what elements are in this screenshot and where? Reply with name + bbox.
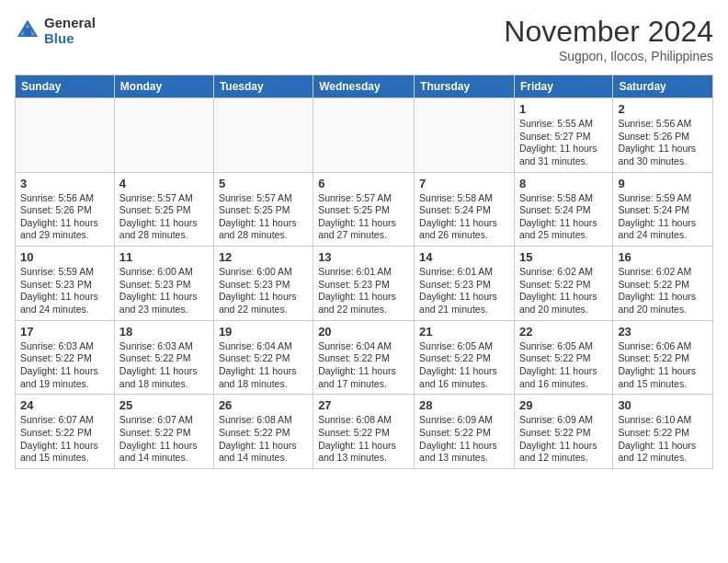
calendar-cell: 28Sunrise: 6:09 AMSunset: 5:22 PMDayligh… [415,395,515,469]
day-number: 27 [318,398,409,412]
day-number: 8 [519,177,608,190]
day-number: 14 [419,250,509,264]
day-info: Sunrise: 6:02 AM [519,266,608,279]
logo-blue-text: Blue [44,30,74,46]
day-number: 24 [20,398,109,412]
day-info: Sunset: 5:26 PM [618,131,708,144]
week-row-5: 24Sunrise: 6:07 AMSunset: 5:22 PMDayligh… [16,395,713,469]
day-info: Sunrise: 5:58 AM [519,192,608,205]
calendar-cell: 14Sunrise: 6:01 AMSunset: 5:23 PMDayligh… [415,247,515,321]
day-info: Daylight: 11 hours and 24 minutes. [20,291,109,316]
day-info: Sunrise: 6:02 AM [618,266,708,279]
day-number: 13 [318,250,409,264]
calendar: SundayMondayTuesdayWednesdayThursdayFrid… [15,75,713,469]
day-info: Daylight: 11 hours and 30 minutes. [618,143,708,167]
calendar-cell [114,98,213,173]
day-info: Daylight: 11 hours and 28 minutes. [119,217,209,242]
day-number: 16 [618,250,708,264]
calendar-cell: 30Sunrise: 6:10 AMSunset: 5:22 PMDayligh… [613,395,713,469]
calendar-cell: 4Sunrise: 5:57 AMSunset: 5:25 PMDaylight… [114,172,213,247]
day-info: Sunrise: 6:09 AM [419,414,509,427]
day-info: Sunset: 5:23 PM [318,279,409,292]
day-info: Sunset: 5:22 PM [20,352,109,365]
day-number: 10 [20,250,109,264]
page: General Blue November 2024 Sugpon, Iloco… [0,0,728,484]
calendar-cell: 7Sunrise: 5:58 AMSunset: 5:24 PMDaylight… [415,172,515,247]
calendar-cell: 20Sunrise: 6:04 AMSunset: 5:22 PMDayligh… [313,320,415,395]
day-number: 7 [419,177,509,190]
day-number: 18 [119,325,209,339]
weekday-row: SundayMondayTuesdayWednesdayThursdayFrid… [16,75,713,98]
day-number: 17 [20,325,109,339]
calendar-cell: 13Sunrise: 6:01 AMSunset: 5:23 PMDayligh… [313,247,415,321]
day-number: 28 [419,398,509,412]
day-info: Sunset: 5:24 PM [419,204,509,217]
day-info: Sunrise: 5:55 AM [519,118,608,131]
day-info: Sunrise: 6:03 AM [20,340,109,353]
calendar-cell: 23Sunrise: 6:06 AMSunset: 5:22 PMDayligh… [613,320,713,395]
weekday-header-wednesday: Wednesday [313,75,415,98]
calendar-cell [415,98,515,173]
day-number: 12 [219,250,308,264]
day-info: Daylight: 11 hours and 29 minutes. [20,217,109,242]
day-info: Daylight: 11 hours and 12 minutes. [519,440,608,465]
day-info: Sunrise: 5:56 AM [618,118,708,131]
day-number: 4 [119,177,209,190]
calendar-cell: 8Sunrise: 5:58 AMSunset: 5:24 PMDaylight… [514,172,612,247]
day-info: Sunrise: 6:05 AM [419,340,509,353]
day-info: Daylight: 11 hours and 15 minutes. [618,365,708,390]
day-info: Sunset: 5:22 PM [318,352,409,365]
day-number: 15 [519,250,608,264]
day-info: Daylight: 11 hours and 26 minutes. [419,217,509,242]
calendar-cell: 25Sunrise: 6:07 AMSunset: 5:22 PMDayligh… [114,395,213,469]
day-info: Daylight: 11 hours and 13 minutes. [419,440,509,465]
title-block: November 2024 Sugpon, Ilocos, Philippine… [504,15,713,63]
day-info: Daylight: 11 hours and 28 minutes. [219,217,308,242]
weekday-header-saturday: Saturday [613,75,713,98]
day-info: Sunset: 5:26 PM [20,204,109,217]
day-info: Sunset: 5:27 PM [519,131,608,144]
day-number: 2 [618,102,708,116]
week-row-1: 1Sunrise: 5:55 AMSunset: 5:27 PMDaylight… [16,98,713,173]
day-number: 11 [119,250,209,264]
day-info: Daylight: 11 hours and 18 minutes. [119,365,209,390]
day-info: Daylight: 11 hours and 24 minutes. [618,217,708,242]
month-title: November 2024 [504,15,713,49]
day-info: Daylight: 11 hours and 27 minutes. [318,217,409,242]
day-info: Sunset: 5:22 PM [219,427,308,440]
day-info: Sunset: 5:22 PM [219,352,308,365]
week-row-3: 10Sunrise: 5:59 AMSunset: 5:23 PMDayligh… [16,247,713,321]
day-info: Sunrise: 5:59 AM [20,266,109,279]
day-number: 20 [318,325,409,339]
weekday-header-thursday: Thursday [415,75,515,98]
calendar-cell [16,98,115,173]
logo: General Blue [15,15,96,46]
day-info: Sunset: 5:22 PM [20,427,109,440]
calendar-cell: 22Sunrise: 6:05 AMSunset: 5:22 PMDayligh… [514,320,612,395]
calendar-cell: 17Sunrise: 6:03 AMSunset: 5:22 PMDayligh… [16,320,115,395]
weekday-header-monday: Monday [114,75,213,98]
day-info: Sunrise: 6:04 AM [318,340,409,353]
day-info: Sunset: 5:23 PM [119,279,209,292]
day-info: Sunrise: 6:05 AM [519,340,608,353]
day-number: 6 [318,177,409,190]
calendar-cell: 5Sunrise: 5:57 AMSunset: 5:25 PMDaylight… [213,172,313,247]
calendar-cell: 3Sunrise: 5:56 AMSunset: 5:26 PMDaylight… [16,172,115,247]
calendar-cell: 24Sunrise: 6:07 AMSunset: 5:22 PMDayligh… [16,395,115,469]
week-row-2: 3Sunrise: 5:56 AMSunset: 5:26 PMDaylight… [16,172,713,247]
day-info: Daylight: 11 hours and 14 minutes. [219,440,308,465]
calendar-cell: 1Sunrise: 5:55 AMSunset: 5:27 PMDaylight… [514,98,612,173]
day-number: 29 [519,398,608,412]
calendar-cell: 9Sunrise: 5:59 AMSunset: 5:24 PMDaylight… [613,172,713,247]
weekday-header-friday: Friday [514,75,612,98]
day-info: Daylight: 11 hours and 16 minutes. [419,365,509,390]
day-info: Sunset: 5:22 PM [419,352,509,365]
header: General Blue November 2024 Sugpon, Iloco… [15,15,713,63]
day-info: Daylight: 11 hours and 18 minutes. [219,365,308,390]
day-info: Sunset: 5:22 PM [519,279,608,292]
day-number: 3 [20,177,109,190]
day-info: Sunrise: 5:59 AM [618,192,708,205]
day-info: Sunset: 5:25 PM [318,204,409,217]
day-number: 23 [618,325,708,339]
day-number: 26 [219,398,308,412]
